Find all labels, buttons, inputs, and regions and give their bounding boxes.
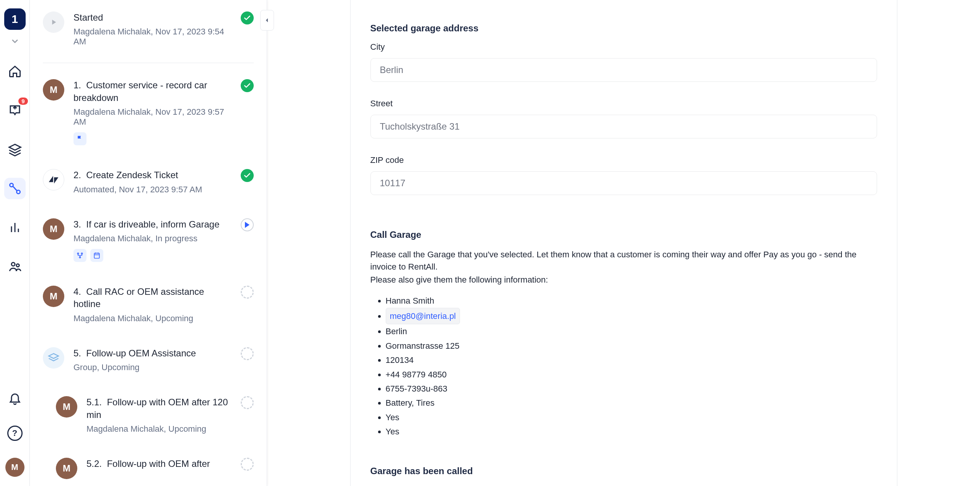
status-upcoming-icon (241, 396, 254, 409)
left-rail: 1 9 ? M (0, 0, 30, 486)
nav-workflows[interactable] (4, 178, 26, 199)
task-meta: Magdalena Michalak, Nov 17, 2023 9:57 AM (73, 107, 232, 127)
section-title-garage-address: Selected garage address (370, 23, 877, 34)
play-icon (43, 11, 64, 33)
task-1[interactable]: M 1. Customer service - record car break… (43, 79, 254, 145)
task-2[interactable]: 2. Create Zendesk Ticket Automated, Nov … (43, 169, 254, 194)
layers-icon (43, 347, 64, 369)
nav-user-avatar[interactable]: M (5, 458, 24, 477)
rail-nav: 9 (0, 61, 29, 277)
svg-point-6 (16, 264, 19, 267)
task-5-1[interactable]: M 5.1. Follow-up with OEM after 120 min … (43, 396, 254, 434)
avatar-icon: M (43, 218, 64, 240)
info-email: meg80@interia.pl (386, 308, 877, 324)
main-area: Selected garage address City Street ZIP … (267, 0, 980, 486)
avatar-icon: M (56, 458, 77, 479)
inbox-badge: 9 (18, 98, 28, 105)
svg-marker-7 (52, 20, 56, 25)
task-title: 3. If car is driveable, inform Garage (73, 218, 232, 231)
section-title-call-garage: Call Garage (370, 229, 877, 240)
avatar-icon: M (43, 286, 64, 307)
status-in-progress-icon (241, 218, 254, 231)
status-complete-icon (241, 169, 254, 182)
svg-point-5 (11, 263, 15, 266)
task-title: 4. Call RAC or OEM assistance hotline (73, 286, 232, 310)
task-title: 5. Follow-up OEM Assistance (73, 347, 232, 359)
nav-help[interactable]: ? (7, 426, 23, 441)
task-meta: Magdalena Michalak, Upcoming (86, 424, 232, 434)
input-city[interactable] (370, 58, 877, 82)
task-meta: Automated, Nov 17, 2023 9:57 AM (73, 185, 232, 195)
info-ref: 6755-7393u-863 (386, 382, 877, 396)
input-street[interactable] (370, 115, 877, 138)
status-complete-icon (241, 11, 254, 24)
info-parts: Battery, Tires (386, 396, 877, 410)
calendar-icon[interactable] (90, 249, 103, 262)
task-5[interactable]: 5. Follow-up OEM Assistance Group, Upcom… (43, 347, 254, 372)
task-4[interactable]: M 4. Call RAC or OEM assistance hotline … (43, 286, 254, 323)
branch-icon[interactable] (73, 249, 86, 262)
avatar-icon: M (43, 79, 64, 101)
svg-point-10 (79, 257, 80, 258)
task-title: Started (73, 11, 232, 24)
workspace-initial: 1 (11, 13, 18, 26)
input-zip[interactable] (370, 171, 877, 195)
svg-rect-11 (94, 253, 99, 258)
label-zip: ZIP code (370, 155, 877, 165)
task-3[interactable]: M 3. If car is driveable, inform Garage … (43, 218, 254, 262)
collapse-panel-button[interactable] (260, 10, 274, 31)
task-title: 2. Create Zendesk Ticket (73, 169, 232, 181)
avatar-icon: M (56, 396, 77, 418)
nav-analytics[interactable] (4, 217, 26, 238)
task-title: 1. Customer service - record car breakdo… (73, 79, 232, 104)
status-upcoming-icon (241, 458, 254, 471)
status-upcoming-icon (241, 286, 254, 299)
flag-icon[interactable] (73, 132, 86, 145)
zendesk-icon (43, 169, 64, 190)
status-upcoming-icon (241, 347, 254, 360)
task-panel: Started Magdalena Michalak, Nov 17, 2023… (30, 0, 267, 486)
svg-marker-15 (266, 18, 268, 23)
info-city: Berlin (386, 324, 877, 338)
info-yes1: Yes (386, 410, 877, 424)
task-meta: Magdalena Michalak, Nov 17, 2023 9:54 AM (73, 27, 232, 47)
nav-team[interactable] (4, 256, 26, 277)
rail-bottom: ? M (4, 387, 26, 486)
call-garage-paragraph-2: Please also give them the following info… (370, 274, 877, 286)
task-list[interactable]: Started Magdalena Michalak, Nov 17, 2023… (30, 0, 267, 486)
task-meta: Group, Upcoming (73, 362, 232, 372)
info-zip: 120134 (386, 353, 877, 367)
task-5-2[interactable]: M 5.2. Follow-up with OEM after (43, 458, 254, 479)
svg-point-9 (81, 253, 82, 254)
task-started[interactable]: Started Magdalena Michalak, Nov 17, 2023… (43, 11, 254, 63)
label-street: Street (370, 99, 877, 109)
section-title-garage-called: Garage has been called (370, 466, 877, 476)
task-meta: Magdalena Michalak, In progress (73, 234, 232, 244)
workspace-badge[interactable]: 1 (4, 8, 26, 30)
task-title: 5.2. Follow-up with OEM after (86, 458, 232, 470)
label-city: City (370, 42, 877, 52)
task-title: 5.1. Follow-up with OEM after 120 min (86, 396, 232, 421)
info-name: Hanna Smith (386, 294, 877, 308)
status-complete-icon (241, 79, 254, 92)
info-street: Gormanstrasse 125 (386, 339, 877, 353)
nav-notifications[interactable] (4, 387, 26, 409)
info-yes2: Yes (386, 424, 877, 439)
call-garage-paragraph-1: Please call the Garage that you've selec… (370, 249, 877, 273)
customer-info-list: Hanna Smith meg80@interia.pl Berlin Gorm… (370, 294, 877, 439)
svg-point-8 (77, 253, 78, 254)
info-phone: +44 98779 4850 (386, 367, 877, 382)
task-meta: Magdalena Michalak, Upcoming (73, 314, 232, 323)
nav-layers[interactable] (4, 139, 26, 160)
nav-home[interactable] (4, 61, 26, 82)
workspace-switcher-caret[interactable] (10, 37, 20, 48)
email-link[interactable]: meg80@interia.pl (386, 308, 460, 324)
nav-inbox[interactable]: 9 (4, 100, 26, 121)
content-column[interactable]: Selected garage address City Street ZIP … (350, 0, 897, 486)
